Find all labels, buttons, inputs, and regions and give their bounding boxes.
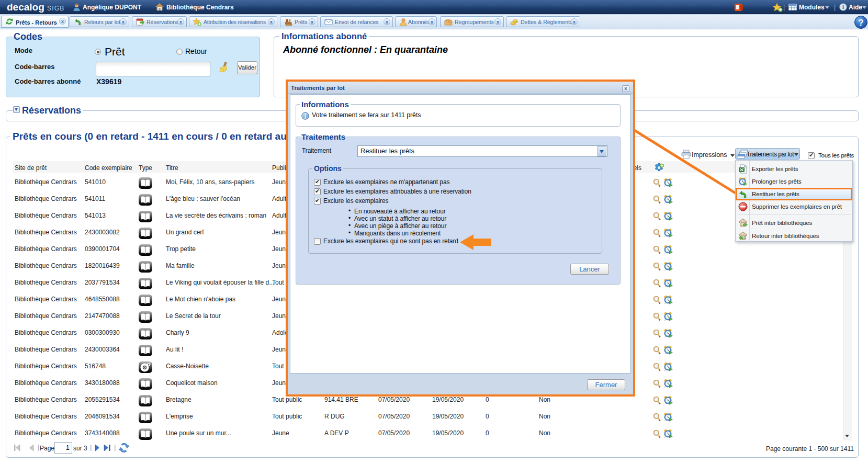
svg-text:i: i — [842, 4, 844, 10]
svg-text:?: ? — [858, 18, 863, 28]
